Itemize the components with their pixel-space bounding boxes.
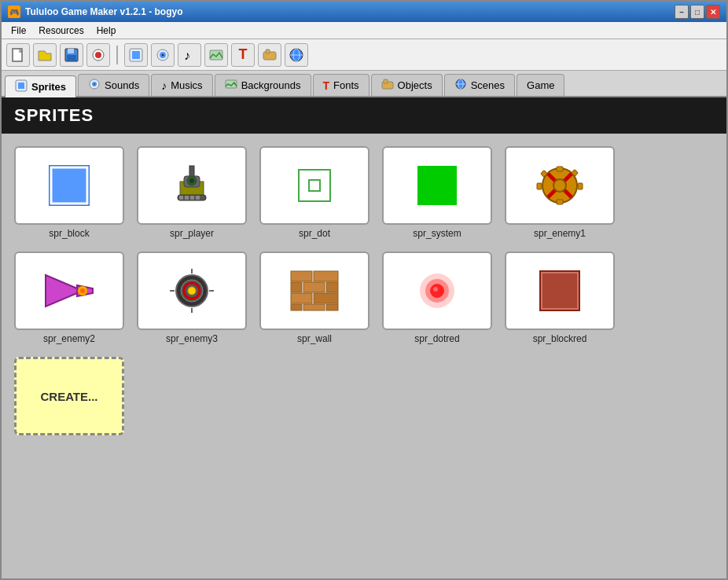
bg-toolbar-button[interactable] xyxy=(204,43,228,67)
svg-marker-54 xyxy=(46,275,77,307)
tab-fonts[interactable]: T Fonts xyxy=(313,74,370,96)
tab-sprites[interactable]: Sprites xyxy=(5,75,76,97)
svg-rect-80 xyxy=(540,271,579,310)
scene-toolbar-button[interactable] xyxy=(285,43,308,67)
svg-rect-70 xyxy=(326,282,338,292)
svg-rect-40 xyxy=(196,196,200,200)
sprite-box-spr_dotred xyxy=(382,251,492,330)
sprite-box-spr_system xyxy=(382,146,492,225)
svg-rect-50 xyxy=(537,183,542,189)
tab-backgrounds-label: Backgrounds xyxy=(241,79,301,91)
font-toolbar-button[interactable]: T xyxy=(231,43,255,67)
title-bar: 🎮 Tululoo Game Maker v1.2.1 - bogyo – □ … xyxy=(2,2,726,22)
svg-point-61 xyxy=(188,287,196,295)
title-bar-buttons: – □ ✕ xyxy=(675,5,720,19)
svg-point-57 xyxy=(80,288,85,293)
menu-file[interactable]: File xyxy=(5,24,32,37)
object-toolbar-button[interactable] xyxy=(258,43,281,67)
svg-point-22 xyxy=(94,83,95,85)
svg-rect-66 xyxy=(291,271,312,281)
sprite-item-spr_dot[interactable]: spr_dot xyxy=(259,146,370,239)
sprite-item-spr_system[interactable]: spr_system xyxy=(382,146,492,239)
tab-backgrounds[interactable]: Backgrounds xyxy=(215,74,311,96)
music-toolbar-button[interactable]: ♪ xyxy=(178,43,201,67)
new-button[interactable] xyxy=(6,43,30,67)
scenes-tab-icon xyxy=(454,78,467,93)
svg-point-5 xyxy=(95,52,101,58)
fonts-tab-icon: T xyxy=(323,79,330,92)
sprite-item-spr_enemy2[interactable]: spr_enemy2 xyxy=(14,251,124,344)
svg-rect-19 xyxy=(18,83,24,89)
objects-tab-icon xyxy=(381,78,394,93)
svg-rect-37 xyxy=(179,196,183,200)
spr_wall-icon xyxy=(279,259,350,322)
app-icon: 🎮 xyxy=(8,6,20,18)
close-button[interactable]: ✕ xyxy=(706,5,720,19)
menu-help[interactable]: Help xyxy=(90,24,123,37)
svg-point-35 xyxy=(189,178,194,183)
sprite-toolbar-button[interactable] xyxy=(124,43,148,67)
tab-sounds-label: Sounds xyxy=(105,79,139,91)
main-content: SPRITES spr_block xyxy=(2,97,726,578)
tab-scenes-label: Scenes xyxy=(471,79,505,91)
sprite-box-spr_player xyxy=(137,146,247,225)
sprite-label-spr_enemy2: spr_enemy2 xyxy=(43,333,95,344)
spr_blockred-icon xyxy=(524,259,595,322)
svg-rect-29 xyxy=(50,166,89,205)
spr_dotred-icon xyxy=(402,259,472,322)
tab-musics[interactable]: ♪ Musics xyxy=(151,74,212,96)
toolbar-separator-1 xyxy=(116,46,118,64)
open-button[interactable] xyxy=(33,43,57,67)
record-button[interactable] xyxy=(86,43,110,67)
tab-objects-label: Objects xyxy=(398,79,432,91)
sprite-label-spr_dot: spr_dot xyxy=(299,228,330,239)
svg-rect-3 xyxy=(67,55,76,61)
sprite-item-spr_dotred[interactable]: spr_dotred xyxy=(382,251,492,344)
svg-rect-69 xyxy=(303,282,325,292)
maximize-button[interactable]: □ xyxy=(690,5,704,19)
svg-rect-73 xyxy=(291,304,302,310)
menu-resources[interactable]: Resources xyxy=(32,24,90,37)
create-sprite-item[interactable]: CREATE... xyxy=(14,357,124,435)
svg-point-47 xyxy=(553,179,566,192)
minimize-button[interactable]: – xyxy=(675,5,689,19)
tab-objects[interactable]: Objects xyxy=(371,74,443,96)
sprite-item-spr_enemy3[interactable]: spr_enemy3 xyxy=(137,251,247,344)
svg-rect-41 xyxy=(299,170,330,201)
spr_player-icon xyxy=(156,154,227,217)
tab-fonts-label: Fonts xyxy=(333,79,359,91)
svg-rect-43 xyxy=(417,166,457,205)
sprite-item-spr_wall[interactable]: spr_wall xyxy=(259,251,370,344)
spr_enemy2-icon xyxy=(34,259,105,322)
sprite-item-spr_blockred[interactable]: spr_blockred xyxy=(505,251,615,344)
svg-point-10 xyxy=(162,53,164,56)
sprite-item-spr_player[interactable]: spr_player xyxy=(137,146,247,239)
toolbar: ♪ T xyxy=(2,39,726,71)
svg-rect-14 xyxy=(266,50,270,53)
sprite-label-spr_blockred: spr_blockred xyxy=(533,333,587,344)
sprite-label-spr_block: spr_block xyxy=(49,228,89,239)
sounds-tab-icon xyxy=(88,78,101,93)
tab-sprites-label: Sprites xyxy=(31,81,66,93)
sprite-item-spr_block[interactable]: spr_block xyxy=(14,146,124,239)
sprite-label-spr_wall: spr_wall xyxy=(297,333,332,344)
spr_enemy3-icon xyxy=(156,259,227,322)
tab-scenes[interactable]: Scenes xyxy=(444,74,515,96)
menu-bar: File Resources Help xyxy=(2,22,726,39)
svg-rect-39 xyxy=(190,196,194,200)
sprite-label-spr_enemy3: spr_enemy3 xyxy=(166,333,218,344)
spr_dot-icon xyxy=(279,154,350,217)
tab-game[interactable]: Game xyxy=(517,74,564,96)
main-window: 🎮 Tululoo Game Maker v1.2.1 - bogyo – □ … xyxy=(0,0,728,580)
svg-rect-48 xyxy=(557,167,563,171)
svg-rect-25 xyxy=(384,79,388,83)
svg-rect-75 xyxy=(326,304,338,310)
create-sprite-button[interactable]: CREATE... xyxy=(14,357,124,435)
svg-point-79 xyxy=(433,287,438,292)
save-button[interactable] xyxy=(60,43,83,67)
sound-toolbar-button[interactable] xyxy=(151,43,175,67)
svg-rect-74 xyxy=(303,304,325,310)
svg-rect-51 xyxy=(578,183,583,189)
tab-sounds[interactable]: Sounds xyxy=(78,74,149,96)
sprite-item-spr_enemy1[interactable]: spr_enemy1 xyxy=(505,146,615,239)
